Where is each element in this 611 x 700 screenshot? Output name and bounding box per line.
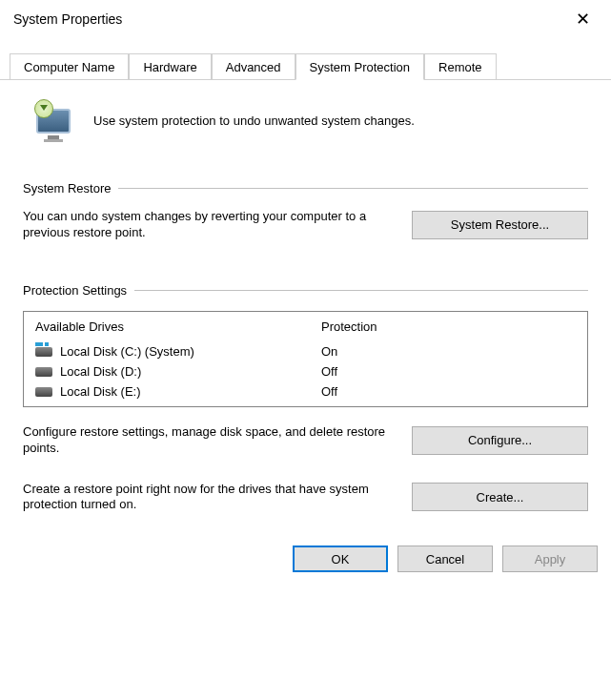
system-restore-button[interactable]: System Restore...: [412, 211, 588, 239]
create-button[interactable]: Create...: [412, 483, 588, 511]
close-icon[interactable]: ✕: [568, 7, 598, 31]
drive-icon: [35, 365, 52, 377]
drive-icon: [35, 345, 52, 357]
configure-button[interactable]: Configure...: [412, 426, 588, 455]
intro-text: Use system protection to undo unwanted s…: [93, 113, 415, 128]
drive-status: Off: [321, 384, 576, 399]
tab-strip: Computer Name Hardware Advanced System P…: [0, 51, 611, 80]
column-header-drives: Available Drives: [35, 319, 321, 334]
drive-icon: [35, 385, 52, 397]
divider: [118, 188, 588, 189]
drive-name: Local Disk (E:): [60, 384, 141, 399]
divider: [134, 290, 588, 291]
create-description: Create a restore point right now for the…: [23, 482, 393, 514]
tab-system-protection[interactable]: System Protection: [295, 53, 425, 80]
restore-description: You can undo system changes by reverting…: [23, 209, 393, 241]
drive-row[interactable]: Local Disk (E:) Off: [24, 381, 587, 406]
cancel-button[interactable]: Cancel: [397, 546, 493, 572]
protection-settings-group-label: Protection Settings: [23, 283, 127, 298]
apply-button[interactable]: Apply: [502, 546, 598, 572]
drive-status: Off: [321, 364, 576, 379]
system-restore-icon: [31, 97, 76, 143]
tab-hardware[interactable]: Hardware: [129, 53, 211, 79]
drive-row[interactable]: Local Disk (D:) Off: [24, 361, 587, 381]
window-title: System Properties: [13, 11, 122, 27]
tab-remote[interactable]: Remote: [424, 53, 497, 79]
system-restore-group-label: System Restore: [23, 181, 111, 196]
drive-status: On: [321, 344, 576, 359]
drives-list: Available Drives Protection Local Disk (…: [23, 311, 588, 407]
column-header-protection: Protection: [321, 319, 576, 334]
tab-advanced[interactable]: Advanced: [212, 53, 295, 79]
ok-button[interactable]: OK: [293, 546, 388, 572]
configure-description: Configure restore settings, manage disk …: [23, 424, 393, 457]
tab-computer-name[interactable]: Computer Name: [10, 53, 129, 79]
drive-name: Local Disk (D:): [60, 364, 141, 379]
drive-row[interactable]: Local Disk (C:) (System) On: [24, 341, 587, 361]
drive-name: Local Disk (C:) (System): [60, 344, 194, 359]
